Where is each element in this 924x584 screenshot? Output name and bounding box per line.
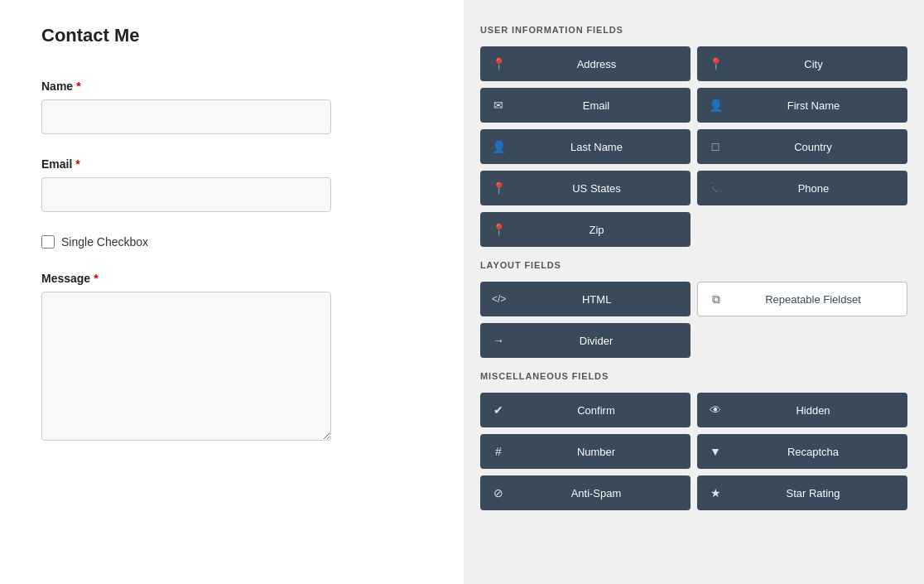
last-name-label: Last Name (514, 141, 679, 153)
star-rating-label: Star Rating (730, 487, 896, 500)
email-required: * (75, 157, 79, 171)
repeatable-fieldset-icon: ⧉ (710, 292, 723, 306)
name-required: * (76, 80, 80, 93)
right-panel: USER INFORMATION FIELDS 📍 Address 📍 City… (464, 0, 924, 584)
us-states-icon: 📍 (492, 181, 506, 195)
recaptcha-label: Recaptcha (730, 446, 896, 458)
name-field-group: Name * (41, 80, 422, 134)
layout-grid: </> HTML ⧉ Repeatable Fieldset → Divider (480, 282, 907, 358)
email-icon: ✉ (492, 99, 505, 112)
email-btn-label: Email (513, 99, 679, 112)
misc-section-title: MISCELLANEOUS FIELDS (480, 371, 907, 381)
message-textarea[interactable] (41, 292, 331, 441)
misc-grid: ✔ Confirm 👁 Hidden # Number ▼ Recaptcha … (480, 393, 907, 510)
divider-label: Divider (513, 335, 679, 347)
hidden-icon: 👁 (709, 403, 722, 417)
address-icon: 📍 (492, 57, 506, 70)
checkbox-group: Single Checkbox (41, 235, 422, 249)
us-states-button[interactable]: 📍 US States (480, 171, 691, 205)
user-info-grid: 📍 Address 📍 City ✉ Email 👤 First Name 👤 … (480, 46, 907, 247)
left-panel: Contact Me Name * Email * Single Checkbo… (0, 0, 464, 584)
confirm-icon: ✔ (492, 403, 505, 417)
page-title: Contact Me (41, 25, 422, 46)
last-name-button[interactable]: 👤 Last Name (480, 129, 691, 164)
last-name-icon: 👤 (492, 140, 506, 153)
zip-icon: 📍 (492, 223, 506, 236)
number-button[interactable]: # Number (480, 434, 691, 469)
divider-button[interactable]: → Divider (480, 323, 691, 358)
checkbox-label: Single Checkbox (61, 235, 148, 249)
repeatable-fieldset-button[interactable]: ⧉ Repeatable Fieldset (697, 282, 907, 316)
phone-button[interactable]: 📞 Phone (697, 171, 907, 205)
address-button[interactable]: 📍 Address (480, 46, 691, 81)
html-icon: </> (492, 293, 506, 305)
city-icon: 📍 (709, 57, 723, 70)
number-icon: # (492, 445, 505, 458)
email-button[interactable]: ✉ Email (480, 88, 691, 123)
recaptcha-button[interactable]: ▼ Recaptcha (697, 434, 907, 469)
recaptcha-icon: ▼ (709, 445, 722, 458)
repeatable-fieldset-label: Repeatable Fieldset (731, 293, 895, 306)
zip-label: Zip (514, 224, 679, 236)
message-field-group: Message * (41, 272, 422, 444)
anti-spam-label: Anti-Spam (513, 487, 679, 500)
first-name-icon: 👤 (709, 99, 723, 112)
single-checkbox[interactable] (41, 235, 55, 249)
zip-button[interactable]: 📍 Zip (480, 212, 691, 247)
email-field-group: Email * (41, 157, 422, 212)
hidden-label: Hidden (730, 404, 896, 417)
anti-spam-icon: ⊘ (492, 486, 505, 500)
phone-icon: 📞 (709, 181, 723, 195)
city-label: City (731, 58, 896, 70)
city-button[interactable]: 📍 City (697, 46, 907, 81)
confirm-button[interactable]: ✔ Confirm (480, 393, 691, 427)
first-name-label: First Name (731, 99, 896, 112)
country-label: Country (730, 141, 896, 153)
divider-icon: → (492, 334, 505, 347)
user-info-section-title: USER INFORMATION FIELDS (480, 25, 907, 35)
message-label: Message * (41, 272, 422, 285)
hidden-button[interactable]: 👁 Hidden (697, 393, 907, 427)
html-label: HTML (514, 293, 679, 306)
message-required: * (94, 272, 98, 285)
name-input[interactable] (41, 99, 331, 134)
country-icon: □ (709, 140, 722, 153)
star-rating-button[interactable]: ★ Star Rating (697, 475, 907, 510)
address-label: Address (514, 58, 679, 70)
anti-spam-button[interactable]: ⊘ Anti-Spam (480, 475, 691, 510)
name-label: Name * (41, 80, 422, 93)
us-states-label: US States (514, 182, 679, 195)
html-button[interactable]: </> HTML (480, 282, 691, 316)
layout-section-title: LAYOUT FIELDS (480, 260, 907, 270)
star-rating-icon: ★ (709, 486, 722, 500)
number-label: Number (513, 446, 679, 458)
email-label: Email * (41, 157, 422, 171)
country-button[interactable]: □ Country (697, 129, 907, 164)
email-input[interactable] (41, 177, 331, 212)
phone-label: Phone (731, 182, 896, 195)
first-name-button[interactable]: 👤 First Name (697, 88, 907, 123)
confirm-label: Confirm (513, 404, 679, 417)
